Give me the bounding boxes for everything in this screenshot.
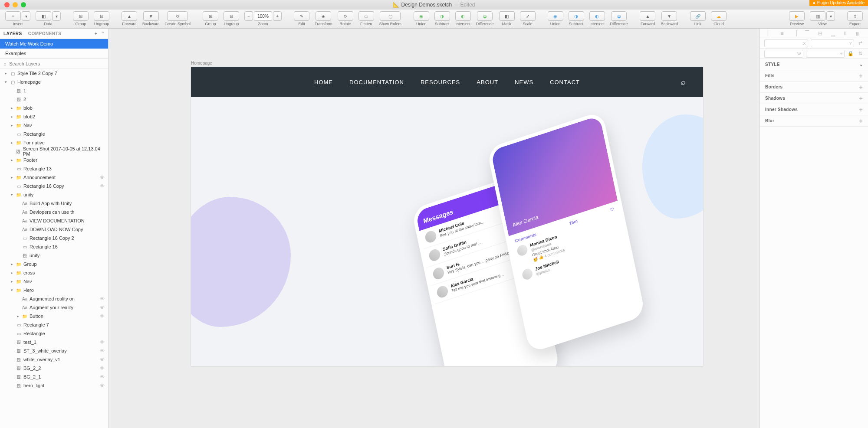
- create-symbol-button[interactable]: ↻: [167, 11, 188, 21]
- disclosure-icon[interactable]: ▸: [10, 175, 14, 180]
- align-middle-icon[interactable]: ⊟: [818, 30, 822, 36]
- hidden-icon[interactable]: 👁: [100, 183, 105, 189]
- cloud-button[interactable]: ☁: [711, 11, 727, 21]
- subtract2-button[interactable]: ◑: [569, 11, 584, 21]
- layer-row[interactable]: 🖼 2: [0, 95, 108, 104]
- layer-row[interactable]: ▸ 📁 For native: [0, 138, 108, 147]
- layer-row[interactable]: 🖼 BG_2_2 👁: [0, 364, 108, 372]
- layer-row[interactable]: ▸ 📁 blob: [0, 104, 108, 112]
- flip-v-icon[interactable]: ⇅: [857, 50, 864, 57]
- view-dropdown[interactable]: ▾: [826, 11, 835, 21]
- layer-row[interactable]: ▸ 📁 Button 👁: [0, 312, 108, 320]
- disclosure-icon[interactable]: ▾: [3, 80, 8, 84]
- y-field[interactable]: Y: [811, 39, 855, 47]
- rotate-button[interactable]: ⟳: [338, 11, 353, 21]
- layer-row[interactable]: 🖼 test_1 👁: [0, 338, 108, 346]
- disclosure-icon[interactable]: ▾: [10, 193, 14, 197]
- intersect-button[interactable]: ◐: [455, 11, 471, 21]
- page-item[interactable]: Watch Me Work Demo: [0, 39, 108, 49]
- data-button[interactable]: ◧: [36, 11, 51, 21]
- borders-section[interactable]: Borders+: [760, 82, 868, 93]
- transform-button[interactable]: ◈: [316, 11, 331, 21]
- union-button[interactable]: ◉: [414, 11, 429, 21]
- layer-row[interactable]: ▸ 📁 cross: [0, 268, 108, 277]
- layer-row[interactable]: 🖼 unity: [0, 251, 108, 260]
- lock-aspect-icon[interactable]: 🔒: [847, 50, 854, 57]
- layer-row[interactable]: Aa Devlopers can use th: [0, 208, 108, 216]
- flatten-button[interactable]: ▭: [358, 11, 374, 21]
- layer-row[interactable]: 🖼 1: [0, 86, 108, 95]
- edit-button[interactable]: ✎: [294, 11, 309, 21]
- layer-row[interactable]: ▾ 📁 unity: [0, 190, 108, 199]
- layer-row[interactable]: ▾ 📁 Hero: [0, 286, 108, 294]
- forward-button[interactable]: ▲: [122, 11, 137, 21]
- layers-tree[interactable]: ▸ ▢ Style Tile 2 Copy 7 ▾ ▢ Homepage 🖼 1…: [0, 69, 108, 428]
- w-field[interactable]: W: [764, 50, 803, 58]
- hidden-icon[interactable]: 👁: [100, 314, 105, 319]
- layer-row[interactable]: ▸ 📁 Nav: [0, 121, 108, 130]
- plugin-updates-banner[interactable]: ● Plugin Updates Available: [809, 0, 868, 6]
- layer-row[interactable]: 🖼 BG_2_1 👁: [0, 372, 108, 381]
- hidden-icon[interactable]: 👁: [100, 374, 105, 379]
- artboard-homepage[interactable]: HOME DOCUMENTATION RESOURCES ABOUT NEWS …: [191, 67, 703, 366]
- layer-row[interactable]: ▸ ▢ Style Tile 2 Copy 7: [0, 69, 108, 78]
- layer-row[interactable]: 🖼 ST_3_white_overlay 👁: [0, 346, 108, 355]
- layer-row[interactable]: ▭ Rectangle 7: [0, 320, 108, 329]
- disclosure-icon[interactable]: ▸: [10, 279, 14, 284]
- disclosure-icon[interactable]: ▸: [10, 114, 14, 119]
- layer-row[interactable]: Aa DOWNLOAD NOW Copy: [0, 225, 108, 234]
- add-inner-shadow-icon[interactable]: +: [859, 106, 863, 113]
- align-right-icon[interactable]: ▕: [792, 30, 796, 36]
- show-rulers-button[interactable]: ▢: [380, 11, 401, 21]
- layer-row[interactable]: ▭ Rectangle: [0, 329, 108, 338]
- align-bottom-icon[interactable]: ▁: [831, 30, 835, 36]
- align-center-h-icon[interactable]: ≡: [781, 30, 784, 36]
- layer-row[interactable]: ▸ 📁 Announcement 👁: [0, 173, 108, 182]
- layer-row[interactable]: ▸ 📁 Footer: [0, 156, 108, 164]
- layer-row[interactable]: 🖼 Screen Shot 2017-10-05 at 12.13.04 PM: [0, 147, 108, 156]
- layer-row[interactable]: Aa Augmented reality on 👁: [0, 294, 108, 303]
- layer-row[interactable]: Aa VIEW DOCUMENTATION: [0, 216, 108, 225]
- add-border-icon[interactable]: +: [859, 84, 863, 91]
- window-zoom-button[interactable]: [21, 2, 26, 7]
- blur-section[interactable]: Blur+: [760, 115, 868, 127]
- layers-tab[interactable]: LAYERS: [3, 31, 22, 36]
- union2-button[interactable]: ◉: [548, 11, 563, 21]
- hidden-icon[interactable]: 👁: [100, 340, 105, 345]
- layer-row[interactable]: ▸ 📁 Group: [0, 260, 108, 268]
- layer-row[interactable]: ▸ 📁 Nav: [0, 277, 108, 286]
- hidden-icon[interactable]: 👁: [100, 348, 105, 353]
- disclosure-icon[interactable]: ▸: [16, 314, 20, 318]
- hidden-icon[interactable]: 👁: [100, 357, 105, 362]
- group-button[interactable]: ⊞: [73, 11, 89, 21]
- layer-row[interactable]: 🖼 hero_light 👁: [0, 381, 108, 390]
- page-item[interactable]: Examples: [0, 49, 108, 58]
- layer-row[interactable]: Aa Augment your reality 👁: [0, 303, 108, 312]
- difference2-button[interactable]: ◒: [611, 11, 627, 21]
- layer-row[interactable]: ▭ Rectangle 16 Copy 2: [0, 234, 108, 242]
- window-minimize-button[interactable]: [13, 2, 18, 7]
- insert-button[interactable]: ＋: [5, 11, 21, 21]
- ungroup-button[interactable]: ⊟: [94, 11, 109, 21]
- forward2-button[interactable]: ▲: [640, 11, 655, 21]
- add-page-icon[interactable]: +: [95, 31, 97, 36]
- disclosure-icon[interactable]: ▾: [10, 288, 14, 292]
- search-layers-input[interactable]: [9, 61, 105, 66]
- layer-row[interactable]: ▭ Rectangle 16 Copy 👁: [0, 182, 108, 190]
- backward2-button[interactable]: ▼: [661, 11, 677, 21]
- components-tab[interactable]: COMPONENTS: [28, 31, 62, 36]
- canvas[interactable]: Homepage HOME DOCUMENTATION RESOURCES AB…: [108, 29, 760, 428]
- shadows-section[interactable]: Shadows+: [760, 93, 868, 104]
- disclosure-icon[interactable]: ▸: [10, 271, 14, 275]
- align-left-icon[interactable]: ▏: [768, 30, 772, 36]
- zoom-value[interactable]: 100%: [254, 11, 272, 21]
- hidden-icon[interactable]: 👁: [100, 366, 105, 371]
- window-close-button[interactable]: [4, 2, 10, 7]
- link-button[interactable]: 🔗: [690, 11, 706, 21]
- scale-button[interactable]: ⤢: [520, 11, 536, 21]
- fills-section[interactable]: Fills+: [760, 70, 868, 82]
- disclosure-icon[interactable]: ▸: [10, 106, 14, 110]
- zoom-out-button[interactable]: −: [244, 11, 253, 21]
- intersect2-button[interactable]: ◐: [589, 11, 605, 21]
- data-dropdown[interactable]: ▾: [52, 11, 61, 21]
